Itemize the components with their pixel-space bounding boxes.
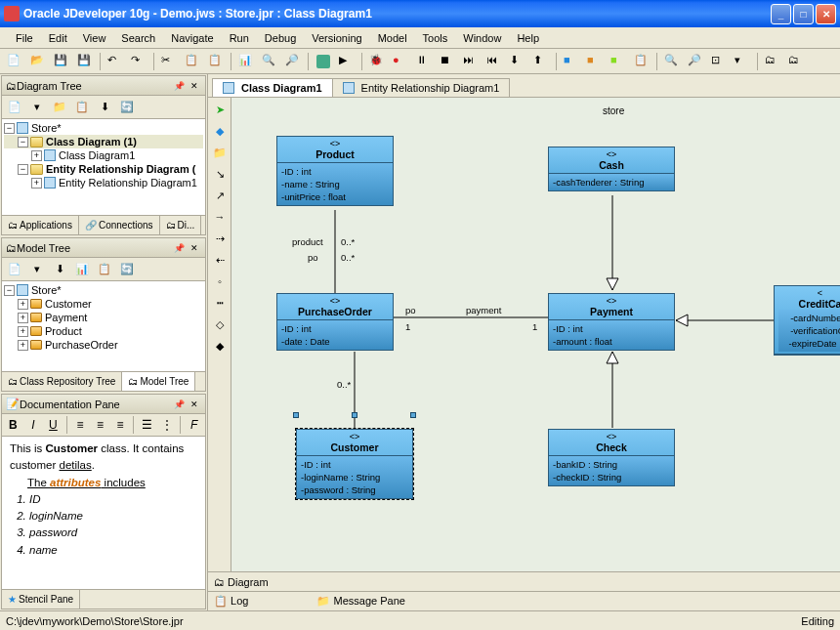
tab-log[interactable]: 📋 Log	[214, 595, 248, 608]
toolbar-button[interactable]: ■	[584, 51, 606, 72]
run-button[interactable]: ●	[390, 51, 411, 72]
palette-tool[interactable]: ◆	[210, 121, 230, 141]
palette-tool[interactable]: ◆	[210, 336, 230, 356]
save-button[interactable]: 💾	[51, 51, 72, 72]
selection-handle[interactable]	[410, 412, 416, 418]
font-button[interactable]: F	[185, 416, 203, 434]
tab-applications[interactable]: 🗂Applications	[2, 216, 79, 234]
toolbar-button[interactable]: ▾	[26, 97, 48, 118]
tab-class-repository[interactable]: 🗂Class Repository Tree	[2, 372, 122, 391]
palette-tool[interactable]: ◦	[210, 272, 230, 291]
zoom-fit-button[interactable]: ⊡	[708, 51, 730, 72]
palette-tool[interactable]: ↗	[210, 186, 230, 205]
tree-expand[interactable]: −	[4, 285, 15, 296]
tree-body[interactable]: −Store* −Class Diagram (1) +Class Diagra…	[2, 119, 205, 215]
palette-tool[interactable]: ⇢	[210, 229, 230, 248]
close-icon[interactable]: ✕	[188, 79, 201, 93]
pin-icon[interactable]: 📌	[172, 79, 186, 93]
debug-button[interactable]: 🐞	[366, 51, 388, 72]
toolbar-button[interactable]: 🗂	[785, 51, 807, 72]
redo-button[interactable]: ↷	[128, 51, 149, 72]
toolbar-button[interactable]: 📊	[235, 51, 257, 72]
copy-button[interactable]: 📋	[182, 51, 203, 72]
doc-content[interactable]: This is Customer class. It contains cust…	[2, 437, 205, 589]
tree-label[interactable]: Payment	[45, 312, 87, 323]
toolbar-button[interactable]: ⬆	[530, 51, 552, 72]
close-icon[interactable]: ✕	[188, 398, 201, 411]
tab-message-pane[interactable]: 📁 Message Pane	[316, 595, 404, 608]
tree-label[interactable]: Store*	[31, 122, 62, 134]
tree-expand[interactable]: +	[18, 313, 28, 323]
toolbar-button[interactable]	[313, 51, 334, 72]
close-icon[interactable]: ✕	[188, 241, 201, 255]
tab-diagram[interactable]: 🗂Di...	[160, 216, 202, 234]
palette-tool[interactable]: ◇	[210, 315, 230, 334]
menu-model[interactable]: Model	[370, 30, 415, 46]
toolbar-button[interactable]: 📋	[71, 97, 93, 118]
toolbar-button[interactable]: ⬇	[49, 259, 70, 280]
toolbar-button[interactable]: 📄	[4, 259, 25, 280]
toolbar-button[interactable]: 📄	[4, 97, 25, 118]
toolbar-button[interactable]: ⬇	[94, 97, 115, 118]
toolbar-button[interactable]: 📋	[94, 259, 115, 280]
tree-expand[interactable]: +	[31, 150, 42, 161]
tree-expand[interactable]: −	[4, 123, 15, 134]
selection-handle[interactable]	[293, 412, 299, 418]
tab-stencil-pane[interactable]: ★Stencil Pane	[2, 590, 80, 609]
tree-expand[interactable]: +	[18, 326, 28, 337]
tree-label[interactable]: PurchaseOrder	[45, 339, 118, 351]
bold-button[interactable]: B	[4, 416, 22, 434]
menu-view[interactable]: View	[75, 30, 114, 46]
menu-debug[interactable]: Debug	[257, 30, 304, 46]
tab-class-diagram[interactable]: Class Diagram1	[212, 78, 333, 97]
tree-label[interactable]: Product	[45, 325, 82, 337]
toolbar-button[interactable]: 🗂	[762, 51, 783, 72]
maximize-button[interactable]: □	[793, 4, 814, 24]
save-all-button[interactable]: 💾	[74, 51, 96, 72]
new-button[interactable]: 📄	[4, 51, 25, 72]
cursor-tool[interactable]: ➤	[210, 100, 230, 119]
selection-handle[interactable]	[352, 412, 357, 418]
tab-diagram[interactable]: 🗂 Diagram	[214, 576, 269, 588]
menu-search[interactable]: Search	[113, 30, 163, 46]
uml-class-cash[interactable]: <>Cash-cashTenderer : String	[548, 147, 675, 191]
menu-run[interactable]: Run	[222, 30, 257, 46]
tree-expand[interactable]: +	[18, 299, 28, 310]
underline-button[interactable]: U	[44, 416, 63, 434]
pin-icon[interactable]: 📌	[172, 398, 186, 411]
menu-window[interactable]: Window	[455, 30, 509, 46]
toolbar-button[interactable]: ⏸	[413, 51, 435, 72]
align-left-button[interactable]: ≡	[71, 416, 90, 434]
tree-label[interactable]: Class Diagram1	[59, 149, 135, 161]
palette-tool[interactable]: ↘	[210, 164, 230, 184]
toolbar-button[interactable]: ▾	[732, 51, 753, 72]
refresh-button[interactable]: 🔄	[116, 97, 138, 118]
menu-versioning[interactable]: Versioning	[304, 30, 369, 46]
tree-body[interactable]: −Store* +Customer +Payment +Product +Pur…	[2, 281, 205, 371]
minimize-button[interactable]: _	[771, 4, 791, 24]
tab-model-tree[interactable]: 🗂Model Tree	[122, 372, 195, 391]
toolbar-button[interactable]: ▶	[336, 51, 357, 72]
diagram-canvas[interactable]: store	[231, 98, 840, 571]
palette-tool[interactable]: ⇠	[210, 250, 230, 270]
toolbar-button[interactable]: ■	[608, 51, 629, 72]
uml-class-product[interactable]: <>Product-ID : int-name : String-unitPri…	[276, 136, 394, 206]
tab-connections[interactable]: 🔗Connections	[79, 216, 160, 234]
italic-button[interactable]: I	[24, 416, 43, 434]
open-button[interactable]: 📂	[27, 51, 49, 72]
numbered-list-button[interactable]: ⋮	[158, 416, 177, 434]
align-center-button[interactable]: ≡	[91, 416, 109, 434]
zoom-out-button[interactable]: 🔎	[685, 51, 706, 72]
tree-label[interactable]: Entity Relationship Diagram (	[46, 163, 195, 175]
menu-help[interactable]: Help	[509, 30, 547, 46]
tree-expand[interactable]: −	[18, 164, 28, 175]
toolbar-button[interactable]: ⏹	[437, 51, 458, 72]
toolbar-button[interactable]: 🔍	[259, 51, 280, 72]
uml-class-creditcard[interactable]: <CreditCa-cardNumber : -verificationCo-e…	[774, 285, 840, 356]
zoom-in-button[interactable]: 🔍	[661, 51, 683, 72]
menu-navigate[interactable]: Navigate	[163, 30, 221, 46]
toolbar-button[interactable]: 📊	[71, 259, 93, 280]
toolbar-button[interactable]: ■	[561, 51, 582, 72]
list-button[interactable]: ☰	[138, 416, 156, 434]
toolbar-button[interactable]: ⏮	[483, 51, 505, 72]
